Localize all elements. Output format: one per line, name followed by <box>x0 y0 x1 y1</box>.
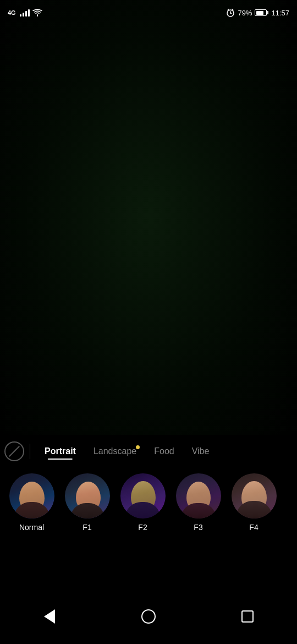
tab-vibe[interactable]: Vibe <box>183 442 218 461</box>
filter-f2[interactable]: F2 <box>117 473 169 532</box>
filter-normal-label: Normal <box>19 523 44 532</box>
alarm-icon <box>226 8 235 17</box>
tab-food[interactable]: Food <box>145 442 183 461</box>
battery-icon <box>255 9 268 16</box>
filter-f1-label: F1 <box>82 523 91 532</box>
filter-f4-thumb <box>232 473 277 519</box>
filter-normal-thumb <box>9 473 54 519</box>
back-icon <box>44 609 55 624</box>
filter-tabs: Portrait Landscape Food Vibe <box>36 442 218 461</box>
signal-icon <box>20 9 30 17</box>
clock: 11:57 <box>271 9 289 17</box>
filter-f1[interactable]: F1 <box>61 473 113 532</box>
filter-f4-label: F4 <box>249 523 258 532</box>
filter-f2-thumb <box>120 473 166 519</box>
filter-f2-label: F2 <box>138 523 147 532</box>
home-button[interactable] <box>136 604 161 629</box>
recent-button[interactable] <box>235 604 260 629</box>
back-button[interactable] <box>37 604 62 629</box>
nav-bar <box>0 594 297 644</box>
no-filter-icon[interactable] <box>4 441 24 461</box>
filter-f1-thumb <box>65 473 110 519</box>
landscape-dot <box>136 445 140 449</box>
lte-indicator: 4G <box>8 9 16 16</box>
filter-f4[interactable]: F4 <box>228 473 280 532</box>
home-icon <box>141 609 156 624</box>
camera-viewfinder <box>0 0 297 435</box>
filter-tabs-container: Portrait Landscape Food Vibe <box>0 435 297 468</box>
filter-f3-label: F3 <box>194 523 202 532</box>
filter-f3[interactable]: F3 <box>172 473 224 532</box>
wifi-icon <box>32 9 42 17</box>
tab-divider <box>30 444 30 459</box>
tab-portrait[interactable]: Portrait <box>36 442 85 461</box>
tab-landscape[interactable]: Landscape <box>85 442 145 461</box>
filter-options: Normal F1 F2 F3 F4 <box>0 468 297 545</box>
filter-normal[interactable]: Normal <box>6 473 58 532</box>
recent-icon <box>241 610 254 623</box>
battery-percent: 79% <box>238 9 252 17</box>
filter-f3-thumb <box>176 473 221 519</box>
status-bar: 4G 79% 11:57 <box>0 0 297 22</box>
